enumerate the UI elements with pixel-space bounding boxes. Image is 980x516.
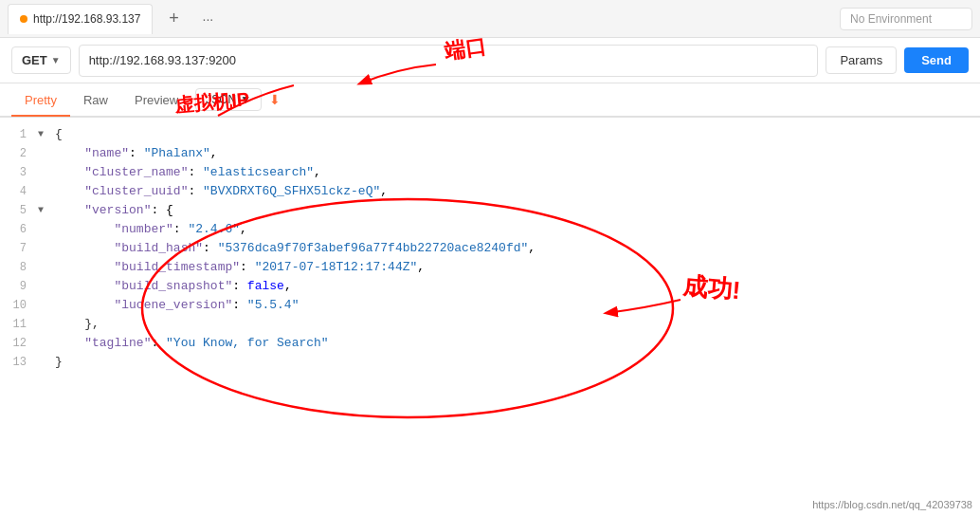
response-tabs: Pretty Raw Preview JSON ▼ ⬇ xyxy=(0,83,980,118)
tab-raw[interactable]: Raw xyxy=(70,85,121,117)
code-line-3: 3 "cluster_name": "elasticsearch", xyxy=(0,163,980,182)
more-tabs-button[interactable]: ··· xyxy=(194,6,221,32)
response-body: 1 ▼ { 2 "name": "Phalanx", 3 "cluster_na… xyxy=(0,118,980,516)
code-line-4: 4 "cluster_uuid": "BVXDRXT6Q_SFHX5lckz-e… xyxy=(0,182,980,201)
format-label: JSON xyxy=(206,93,236,106)
tab-pretty[interactable]: Pretty xyxy=(11,85,70,117)
watermark-text: https://blog.csdn.net/qq_42039738 xyxy=(812,499,972,510)
code-line-12: 12 "tagline": "You Know, for Search" xyxy=(0,334,980,353)
download-icon[interactable]: ⬇ xyxy=(269,92,281,107)
params-button[interactable]: Params xyxy=(826,46,897,74)
code-line-2: 2 "name": "Phalanx", xyxy=(0,144,980,163)
code-line-6: 6 "number": "2.4.6", xyxy=(0,220,980,239)
environment-selector[interactable]: No Environment xyxy=(840,8,972,30)
url-bar: GET ▼ Params Send xyxy=(0,38,980,83)
top-bar: http://192.168.93.137 + ··· No Environme… xyxy=(0,0,980,38)
url-input[interactable] xyxy=(79,45,819,77)
active-tab[interactable]: http://192.168.93.137 xyxy=(8,4,153,34)
format-selector[interactable]: JSON ▼ xyxy=(195,88,262,111)
method-chevron-icon: ▼ xyxy=(51,55,61,65)
tab-status-dot xyxy=(20,15,27,23)
code-line-10: 10 "lucene_version": "5.5.4" xyxy=(0,296,980,315)
code-line-11: 11 }, xyxy=(0,315,980,334)
format-chevron-icon: ▼ xyxy=(240,93,251,106)
method-label: GET xyxy=(22,53,47,67)
code-line-7: 7 "build_hash": "5376dca9f70f3abef96a77f… xyxy=(0,239,980,258)
code-line-8: 8 "build_timestamp": "2017-07-18T12:17:4… xyxy=(0,258,980,277)
code-line-13: 13 } xyxy=(0,353,980,372)
tab-preview[interactable]: Preview xyxy=(121,85,191,117)
method-selector[interactable]: GET ▼ xyxy=(11,46,71,74)
tab-url-label: http://192.168.93.137 xyxy=(33,12,140,26)
send-button[interactable]: Send xyxy=(904,47,969,73)
code-line-1: 1 ▼ { xyxy=(0,125,980,144)
add-tab-button[interactable]: + xyxy=(160,6,187,32)
code-line-9: 9 "build_snapshot": false, xyxy=(0,277,980,296)
code-line-5: 5 ▼ "version": { xyxy=(0,201,980,220)
